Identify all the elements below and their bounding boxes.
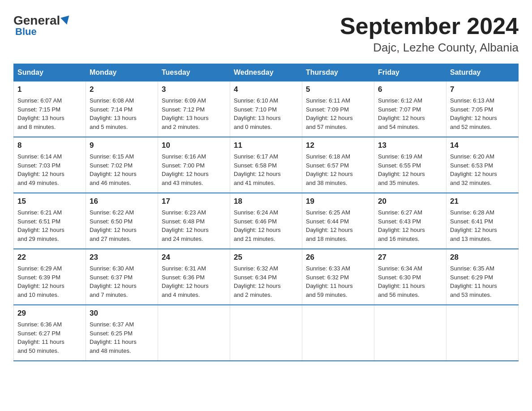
month-title: September 2024 [340, 13, 519, 39]
day-info: Sunrise: 6:10 AMSunset: 7:10 PMDaylight:… [234, 96, 298, 131]
day-info: Sunrise: 6:20 AMSunset: 6:53 PMDaylight:… [450, 152, 515, 187]
day-info: Sunrise: 6:09 AMSunset: 7:12 PMDaylight:… [162, 96, 226, 131]
day-number: 13 [378, 141, 442, 150]
title-area: September 2024 Dajc, Lezhe County, Alban… [340, 13, 519, 55]
day-info: Sunrise: 6:21 AMSunset: 6:51 PMDaylight:… [17, 208, 82, 243]
weekday-header-tuesday: Tuesday [158, 64, 230, 81]
day-info: Sunrise: 6:35 AMSunset: 6:29 PMDaylight:… [450, 264, 515, 299]
day-info: Sunrise: 6:11 AMSunset: 7:09 PMDaylight:… [306, 96, 370, 131]
calendar-cell [446, 305, 519, 361]
weekday-header-wednesday: Wednesday [230, 64, 302, 81]
calendar-cell: 30 Sunrise: 6:37 AMSunset: 6:25 PMDaylig… [86, 305, 158, 361]
calendar-cell: 12 Sunrise: 6:18 AMSunset: 6:57 PMDaylig… [302, 137, 374, 193]
calendar-cell: 11 Sunrise: 6:17 AMSunset: 6:58 PMDaylig… [230, 137, 302, 193]
calendar-cell: 29 Sunrise: 6:36 AMSunset: 6:27 PMDaylig… [14, 305, 86, 361]
calendar-cell: 8 Sunrise: 6:14 AMSunset: 7:03 PMDayligh… [14, 137, 86, 193]
day-number: 15 [17, 197, 82, 206]
day-number: 9 [90, 141, 154, 150]
day-number: 25 [234, 253, 298, 262]
day-number: 30 [90, 309, 154, 318]
week-row-3: 15 Sunrise: 6:21 AMSunset: 6:51 PMDaylig… [14, 193, 519, 249]
day-number: 12 [306, 141, 370, 150]
calendar-cell: 17 Sunrise: 6:23 AMSunset: 6:48 PMDaylig… [158, 193, 230, 249]
day-info: Sunrise: 6:24 AMSunset: 6:46 PMDaylight:… [234, 208, 298, 243]
logo-triangle-icon [60, 16, 71, 26]
weekday-header-monday: Monday [86, 64, 158, 81]
day-number: 3 [162, 85, 226, 94]
calendar-cell: 28 Sunrise: 6:35 AMSunset: 6:29 PMDaylig… [446, 249, 519, 305]
day-number: 16 [90, 197, 154, 206]
day-info: Sunrise: 6:18 AMSunset: 6:57 PMDaylight:… [306, 152, 370, 187]
day-number: 14 [450, 141, 515, 150]
day-number: 22 [17, 253, 82, 262]
day-number: 29 [17, 309, 82, 318]
logo-blue-text: Blue [15, 26, 37, 38]
day-info: Sunrise: 6:37 AMSunset: 6:25 PMDaylight:… [90, 320, 154, 355]
day-number: 21 [450, 197, 515, 206]
day-number: 2 [90, 85, 154, 94]
day-number: 10 [162, 141, 226, 150]
day-info: Sunrise: 6:12 AMSunset: 7:07 PMDaylight:… [378, 96, 442, 131]
day-info: Sunrise: 6:32 AMSunset: 6:34 PMDaylight:… [234, 264, 298, 299]
day-info: Sunrise: 6:31 AMSunset: 6:36 PMDaylight:… [162, 264, 226, 299]
calendar-cell [230, 305, 302, 361]
day-info: Sunrise: 6:22 AMSunset: 6:50 PMDaylight:… [90, 208, 154, 243]
calendar-cell: 22 Sunrise: 6:29 AMSunset: 6:39 PMDaylig… [14, 249, 86, 305]
day-info: Sunrise: 6:30 AMSunset: 6:37 PMDaylight:… [90, 264, 154, 299]
day-number: 4 [234, 85, 298, 94]
week-row-4: 22 Sunrise: 6:29 AMSunset: 6:39 PMDaylig… [14, 249, 519, 305]
calendar-cell [302, 305, 374, 361]
calendar-cell: 2 Sunrise: 6:08 AMSunset: 7:14 PMDayligh… [86, 81, 158, 137]
day-info: Sunrise: 6:14 AMSunset: 7:03 PMDaylight:… [17, 152, 82, 187]
day-number: 28 [450, 253, 515, 262]
day-info: Sunrise: 6:33 AMSunset: 6:32 PMDaylight:… [306, 264, 370, 299]
day-number: 11 [234, 141, 298, 150]
day-info: Sunrise: 6:36 AMSunset: 6:27 PMDaylight:… [17, 320, 82, 355]
week-row-5: 29 Sunrise: 6:36 AMSunset: 6:27 PMDaylig… [14, 305, 519, 361]
calendar-cell: 9 Sunrise: 6:15 AMSunset: 7:02 PMDayligh… [86, 137, 158, 193]
day-number: 20 [378, 197, 442, 206]
calendar-cell [158, 305, 230, 361]
day-number: 24 [162, 253, 226, 262]
weekday-header-row: SundayMondayTuesdayWednesdayThursdayFrid… [14, 64, 519, 81]
day-number: 7 [450, 85, 515, 94]
logo: General Blue [13, 13, 71, 38]
day-info: Sunrise: 6:27 AMSunset: 6:43 PMDaylight:… [378, 208, 442, 243]
calendar-cell: 20 Sunrise: 6:27 AMSunset: 6:43 PMDaylig… [374, 193, 446, 249]
calendar-cell: 21 Sunrise: 6:28 AMSunset: 6:41 PMDaylig… [446, 193, 519, 249]
calendar-cell: 18 Sunrise: 6:24 AMSunset: 6:46 PMDaylig… [230, 193, 302, 249]
day-number: 26 [306, 253, 370, 262]
calendar-cell [374, 305, 446, 361]
day-number: 18 [234, 197, 298, 206]
day-info: Sunrise: 6:07 AMSunset: 7:15 PMDaylight:… [17, 96, 82, 131]
day-info: Sunrise: 6:16 AMSunset: 7:00 PMDaylight:… [162, 152, 226, 187]
day-info: Sunrise: 6:23 AMSunset: 6:48 PMDaylight:… [162, 208, 226, 243]
day-number: 19 [306, 197, 370, 206]
day-info: Sunrise: 6:08 AMSunset: 7:14 PMDaylight:… [90, 96, 154, 131]
day-info: Sunrise: 6:17 AMSunset: 6:58 PMDaylight:… [234, 152, 298, 187]
day-info: Sunrise: 6:13 AMSunset: 7:05 PMDaylight:… [450, 96, 515, 131]
day-info: Sunrise: 6:34 AMSunset: 6:30 PMDaylight:… [378, 264, 442, 299]
day-info: Sunrise: 6:25 AMSunset: 6:44 PMDaylight:… [306, 208, 370, 243]
calendar-cell: 24 Sunrise: 6:31 AMSunset: 6:36 PMDaylig… [158, 249, 230, 305]
day-number: 27 [378, 253, 442, 262]
calendar-cell: 7 Sunrise: 6:13 AMSunset: 7:05 PMDayligh… [446, 81, 519, 137]
day-number: 8 [17, 141, 82, 150]
day-number: 23 [90, 253, 154, 262]
calendar-cell: 3 Sunrise: 6:09 AMSunset: 7:12 PMDayligh… [158, 81, 230, 137]
calendar-cell: 25 Sunrise: 6:32 AMSunset: 6:34 PMDaylig… [230, 249, 302, 305]
day-number: 17 [162, 197, 226, 206]
calendar-cell: 10 Sunrise: 6:16 AMSunset: 7:00 PMDaylig… [158, 137, 230, 193]
day-number: 1 [17, 85, 82, 94]
calendar-cell: 19 Sunrise: 6:25 AMSunset: 6:44 PMDaylig… [302, 193, 374, 249]
calendar-cell: 6 Sunrise: 6:12 AMSunset: 7:07 PMDayligh… [374, 81, 446, 137]
day-number: 5 [306, 85, 370, 94]
page-header: General Blue September 2024 Dajc, Lezhe … [13, 13, 519, 55]
day-info: Sunrise: 6:19 AMSunset: 6:55 PMDaylight:… [378, 152, 442, 187]
calendar-cell: 23 Sunrise: 6:30 AMSunset: 6:37 PMDaylig… [86, 249, 158, 305]
weekday-header-saturday: Saturday [446, 64, 519, 81]
calendar-cell: 26 Sunrise: 6:33 AMSunset: 6:32 PMDaylig… [302, 249, 374, 305]
calendar-cell: 1 Sunrise: 6:07 AMSunset: 7:15 PMDayligh… [14, 81, 86, 137]
calendar-table: SundayMondayTuesdayWednesdayThursdayFrid… [13, 64, 519, 361]
day-info: Sunrise: 6:15 AMSunset: 7:02 PMDaylight:… [90, 152, 154, 187]
